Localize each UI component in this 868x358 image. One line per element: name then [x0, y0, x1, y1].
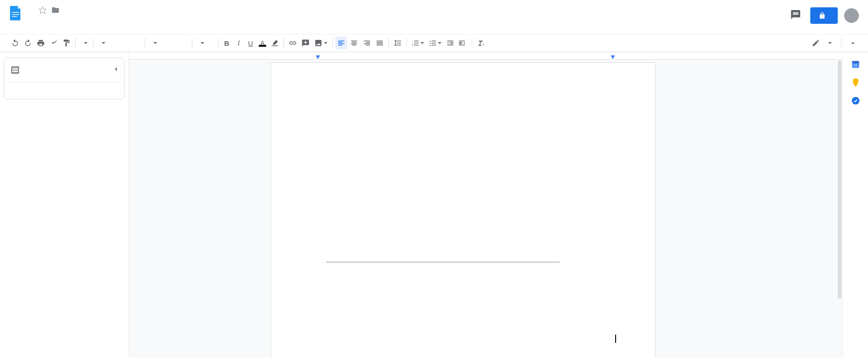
chevron-down-icon	[828, 42, 832, 44]
bold-button[interactable]: B	[221, 37, 232, 49]
zoom-select[interactable]	[78, 37, 90, 49]
undo-button[interactable]	[9, 37, 21, 49]
text-cursor	[615, 335, 616, 343]
outline-icon	[11, 65, 20, 75]
insert-image-button[interactable]	[312, 37, 329, 49]
chevron-down-icon	[420, 42, 424, 44]
svg-rect-0	[12, 12, 19, 13]
menu-help[interactable]	[86, 22, 93, 26]
clear-formatting-button[interactable]	[475, 37, 487, 49]
indent-marker-right[interactable]	[611, 55, 615, 59]
bulleted-list-button[interactable]	[427, 37, 443, 49]
horizontal-ruler[interactable]	[129, 52, 842, 60]
redo-button[interactable]	[22, 37, 34, 49]
underline-button[interactable]: U	[245, 37, 256, 49]
menu-tools[interactable]	[70, 22, 77, 26]
svg-rect-10	[855, 86, 856, 87]
font-select[interactable]	[148, 37, 189, 49]
svg-text:31: 31	[853, 63, 857, 67]
numbered-list-button[interactable]	[409, 37, 426, 49]
line-spacing-button[interactable]	[392, 37, 404, 49]
align-center-button[interactable]	[348, 37, 360, 49]
collapse-outline-button[interactable]	[112, 65, 120, 75]
share-button[interactable]	[810, 7, 838, 24]
chevron-down-icon	[324, 42, 328, 44]
menu-format[interactable]	[61, 22, 69, 26]
chevron-down-icon	[201, 42, 204, 44]
highlight-button[interactable]	[269, 37, 281, 49]
spellcheck-button[interactable]	[48, 37, 60, 49]
outline-panel	[4, 58, 125, 99]
menu-bar	[28, 17, 787, 31]
docs-logo[interactable]	[6, 4, 25, 22]
italic-button[interactable]: I	[233, 37, 244, 49]
chevron-down-icon	[153, 42, 157, 44]
star-icon[interactable]	[38, 6, 47, 14]
collapse-toolbar-button[interactable]	[847, 37, 859, 49]
svg-marker-5	[316, 55, 320, 59]
menu-insert[interactable]	[53, 22, 60, 26]
svg-marker-3	[39, 7, 46, 14]
account-avatar[interactable]	[844, 8, 859, 23]
vertical-scrollbar[interactable]	[837, 60, 842, 358]
editing-mode-select[interactable]	[808, 39, 835, 47]
toolbar: B I U A	[0, 34, 868, 52]
svg-marker-6	[611, 55, 615, 59]
align-justify-button[interactable]	[374, 37, 386, 49]
paint-format-button[interactable]	[60, 37, 72, 49]
font-size-select[interactable]	[195, 37, 215, 49]
chevron-down-icon	[102, 42, 105, 44]
move-folder-icon[interactable]	[51, 6, 60, 14]
tasks-icon[interactable]	[851, 96, 860, 105]
doc-title[interactable]	[28, 9, 34, 11]
svg-point-11	[852, 97, 859, 105]
menu-view[interactable]	[45, 22, 52, 26]
svg-rect-8	[852, 61, 859, 63]
chevron-down-icon	[84, 42, 87, 44]
decrease-indent-button[interactable]	[444, 37, 456, 49]
text-color-button[interactable]: A	[257, 37, 268, 49]
chevron-down-icon	[438, 42, 442, 44]
document-canvas[interactable]	[128, 52, 842, 358]
menu-addons[interactable]	[78, 22, 85, 26]
keep-icon[interactable]	[851, 78, 860, 87]
svg-rect-2	[12, 16, 17, 17]
comments-icon[interactable]	[787, 6, 804, 25]
align-left-button[interactable]	[335, 37, 347, 49]
insert-link-button[interactable]	[287, 37, 299, 49]
menu-edit[interactable]	[37, 22, 44, 26]
align-right-button[interactable]	[361, 37, 373, 49]
increase-indent-button[interactable]	[457, 37, 469, 49]
outline-empty-text	[4, 82, 124, 99]
svg-rect-1	[12, 14, 19, 15]
save-status[interactable]	[94, 22, 102, 26]
print-button[interactable]	[35, 37, 47, 49]
calendar-icon[interactable]: 31	[851, 60, 860, 69]
chart[interactable]	[326, 122, 619, 270]
page[interactable]	[271, 62, 655, 358]
insert-comment-button[interactable]	[300, 37, 311, 49]
indent-marker-left[interactable]	[316, 55, 320, 59]
side-panel: 31	[842, 52, 868, 358]
style-select[interactable]	[96, 37, 142, 49]
menu-file[interactable]	[28, 22, 36, 26]
